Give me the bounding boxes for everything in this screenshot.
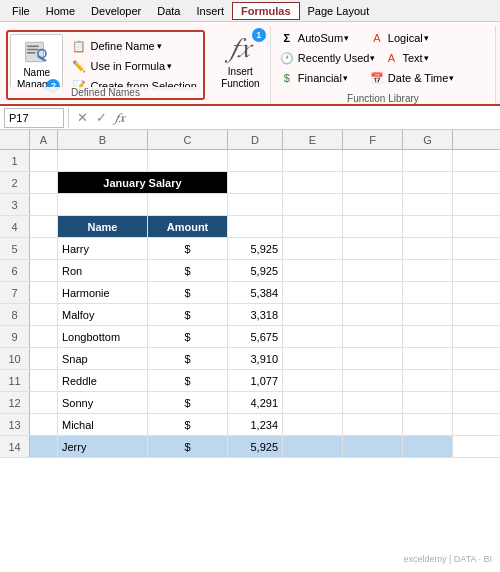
cell-f9[interactable] [343, 326, 403, 347]
formula-cancel-button[interactable]: ✕ [73, 110, 92, 125]
cell-c13[interactable]: $ [148, 414, 228, 435]
cell-b2[interactable]: January Salary [58, 172, 228, 193]
cell-e11[interactable] [283, 370, 343, 391]
cell-c5[interactable]: $ [148, 238, 228, 259]
cell-b3[interactable] [58, 194, 148, 215]
menu-developer[interactable]: Developer [83, 3, 149, 19]
menu-file[interactable]: File [4, 3, 38, 19]
cell-g14[interactable] [403, 436, 453, 457]
menu-home[interactable]: Home [38, 3, 83, 19]
cell-a1[interactable] [30, 150, 58, 171]
cell-c4[interactable]: Amount [148, 216, 228, 237]
define-name-button[interactable]: 📋 Define Name ▾ [67, 36, 200, 56]
cell-e10[interactable] [283, 348, 343, 369]
cell-d11[interactable]: 1,077 [228, 370, 283, 391]
cell-g7[interactable] [403, 282, 453, 303]
cell-a9[interactable] [30, 326, 58, 347]
cell-a6[interactable] [30, 260, 58, 281]
menu-insert[interactable]: Insert [188, 3, 232, 19]
cell-e1[interactable] [283, 150, 343, 171]
cell-a4[interactable] [30, 216, 58, 237]
cell-f7[interactable] [343, 282, 403, 303]
cell-d13[interactable]: 1,234 [228, 414, 283, 435]
menu-formulas[interactable]: Formulas [232, 2, 300, 20]
cell-g8[interactable] [403, 304, 453, 325]
text-button[interactable]: A Text ▾ [379, 49, 469, 67]
cell-b7[interactable]: Harmonie [58, 282, 148, 303]
cell-f5[interactable] [343, 238, 403, 259]
cell-f4[interactable] [343, 216, 403, 237]
cell-d10[interactable]: 3,910 [228, 348, 283, 369]
insert-function-button[interactable]: 𝑓𝑥 InsertFunction [221, 34, 259, 90]
cell-d7[interactable]: 5,384 [228, 282, 283, 303]
cell-g2[interactable] [403, 172, 453, 193]
cell-g9[interactable] [403, 326, 453, 347]
cell-f6[interactable] [343, 260, 403, 281]
cell-d4[interactable] [228, 216, 283, 237]
cell-f13[interactable] [343, 414, 403, 435]
cell-d12[interactable]: 4,291 [228, 392, 283, 413]
cell-c12[interactable]: $ [148, 392, 228, 413]
cell-e9[interactable] [283, 326, 343, 347]
cell-e6[interactable] [283, 260, 343, 281]
cell-g13[interactable] [403, 414, 453, 435]
cell-a13[interactable] [30, 414, 58, 435]
cell-b9[interactable]: Longbottom [58, 326, 148, 347]
cell-g5[interactable] [403, 238, 453, 259]
cell-g12[interactable] [403, 392, 453, 413]
use-in-formula-button[interactable]: ✏️ Use in Formula ▾ [67, 56, 200, 76]
cell-b14[interactable]: Jerry [58, 436, 148, 457]
cell-g6[interactable] [403, 260, 453, 281]
cell-c14[interactable]: $ [148, 436, 228, 457]
cell-a8[interactable] [30, 304, 58, 325]
cell-c7[interactable]: $ [148, 282, 228, 303]
cell-d3[interactable] [228, 194, 283, 215]
cell-a7[interactable] [30, 282, 58, 303]
cell-f8[interactable] [343, 304, 403, 325]
cell-f12[interactable] [343, 392, 403, 413]
menu-page-layout[interactable]: Page Layout [300, 3, 378, 19]
cell-f10[interactable] [343, 348, 403, 369]
cell-a12[interactable] [30, 392, 58, 413]
cell-f11[interactable] [343, 370, 403, 391]
cell-a5[interactable] [30, 238, 58, 259]
cell-c9[interactable]: $ [148, 326, 228, 347]
date-time-button[interactable]: 📅 Date & Time ▾ [365, 69, 459, 87]
cell-b12[interactable]: Sonny [58, 392, 148, 413]
cell-b6[interactable]: Ron [58, 260, 148, 281]
cell-g4[interactable] [403, 216, 453, 237]
cell-c10[interactable]: $ [148, 348, 228, 369]
cell-b1[interactable] [58, 150, 148, 171]
cell-c8[interactable]: $ [148, 304, 228, 325]
cell-e3[interactable] [283, 194, 343, 215]
formula-confirm-button[interactable]: ✓ [92, 110, 111, 125]
menu-data[interactable]: Data [149, 3, 188, 19]
cell-d1[interactable] [228, 150, 283, 171]
cell-e14[interactable] [283, 436, 343, 457]
cell-a2[interactable] [30, 172, 58, 193]
autosum-button[interactable]: Σ AutoSum ▾ [275, 29, 365, 47]
cell-c11[interactable]: $ [148, 370, 228, 391]
cell-f14[interactable] [343, 436, 403, 457]
cell-b13[interactable]: Michal [58, 414, 148, 435]
cell-e12[interactable] [283, 392, 343, 413]
recently-used-button[interactable]: 🕐 Recently Used ▾ [275, 49, 380, 67]
cell-e5[interactable] [283, 238, 343, 259]
cell-d5[interactable]: 5,925 [228, 238, 283, 259]
cell-g1[interactable] [403, 150, 453, 171]
cell-e2[interactable] [283, 172, 343, 193]
formula-input[interactable] [129, 108, 496, 128]
cell-b11[interactable]: Reddle [58, 370, 148, 391]
cell-g10[interactable] [403, 348, 453, 369]
cell-f3[interactable] [343, 194, 403, 215]
cell-e13[interactable] [283, 414, 343, 435]
cell-c6[interactable]: $ [148, 260, 228, 281]
cell-d9[interactable]: 5,675 [228, 326, 283, 347]
cell-a10[interactable] [30, 348, 58, 369]
cell-b4[interactable]: Name [58, 216, 148, 237]
cell-f2[interactable] [343, 172, 403, 193]
cell-reference-input[interactable] [4, 108, 64, 128]
cell-d14[interactable]: 5,925 [228, 436, 283, 457]
cell-g3[interactable] [403, 194, 453, 215]
cell-d8[interactable]: 3,318 [228, 304, 283, 325]
